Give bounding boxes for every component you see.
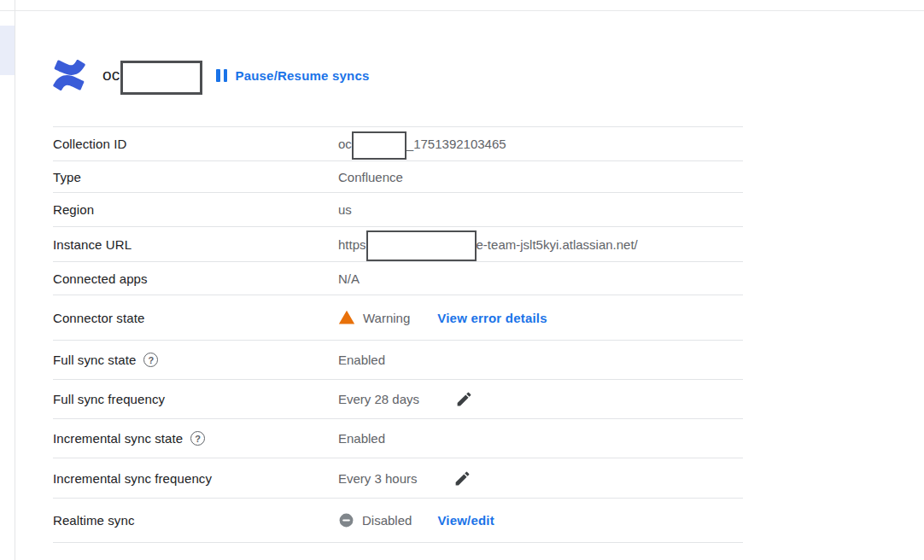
row-value: Enabled xyxy=(338,353,385,367)
full-sync-frequency-value: Every 28 days xyxy=(338,392,419,406)
row-label: Full sync frequency xyxy=(53,392,338,406)
confluence-logo-icon xyxy=(53,60,85,90)
row-value: Every 3 hours xyxy=(338,470,471,487)
collection-header: oc Pause/Resume syncs xyxy=(53,58,370,92)
table-row-full-sync-state: Full sync state ? Enabled xyxy=(53,341,743,380)
connector-state-value: Warning xyxy=(363,311,410,325)
disabled-icon xyxy=(338,512,354,528)
row-label: Collection ID xyxy=(53,137,338,151)
row-value: Warning View error details xyxy=(338,309,547,326)
help-icon[interactable]: ? xyxy=(190,431,205,446)
table-row-type: Type Confluence xyxy=(53,161,743,193)
edit-incremental-sync-frequency-button[interactable] xyxy=(453,470,471,487)
redaction-box xyxy=(352,131,406,160)
row-label: Realtime sync xyxy=(53,513,338,528)
pause-resume-syncs-button[interactable]: Pause/Resume syncs xyxy=(216,68,369,83)
pencil-icon xyxy=(455,390,473,408)
pause-icon xyxy=(216,69,227,82)
value-suffix: e-team-jslt5kyi.atlassian.net/ xyxy=(477,237,638,252)
redaction-box xyxy=(120,61,202,95)
sidebar-selected-item-sliver[interactable] xyxy=(0,26,15,75)
row-label: Incremental sync frequency xyxy=(53,471,338,486)
collection-properties-table: Collection ID oc _1751392103465 Type Con… xyxy=(53,126,743,543)
sidebar-edge-divider xyxy=(15,0,15,560)
value-prefix: https xyxy=(338,237,366,252)
row-value: oc _1751392103465 xyxy=(338,130,506,158)
table-row-incremental-sync-frequency: Incremental sync frequency Every 3 hours xyxy=(53,458,743,499)
table-row-instance-url: Instance URL https e-team-jslt5kyi.atlas… xyxy=(53,227,743,262)
edit-full-sync-frequency-button[interactable] xyxy=(455,390,473,408)
realtime-sync-value: Disabled xyxy=(362,513,412,528)
table-row-region: Region us xyxy=(53,193,743,227)
table-row-incremental-sync-state: Incremental sync state ? Enabled xyxy=(53,419,743,458)
row-label: Instance URL xyxy=(53,237,338,252)
redaction-box xyxy=(366,230,477,261)
table-row-connector-state: Connector state Warning View error detai… xyxy=(53,295,743,341)
view-edit-link[interactable]: View/edit xyxy=(437,513,494,528)
page-title: oc xyxy=(102,66,120,85)
top-divider xyxy=(0,10,924,11)
value-suffix: _1751392103465 xyxy=(406,137,506,151)
row-label: Connected apps xyxy=(53,271,338,286)
view-error-details-link[interactable]: View error details xyxy=(437,311,547,325)
row-label: Full sync state xyxy=(53,353,136,367)
row-value: Disabled View/edit xyxy=(338,512,494,528)
row-label: Incremental sync state xyxy=(53,431,183,446)
row-value: Every 28 days xyxy=(338,390,473,408)
table-row-full-sync-frequency: Full sync frequency Every 28 days xyxy=(53,380,743,419)
incremental-sync-frequency-value: Every 3 hours xyxy=(338,471,418,486)
row-value: us xyxy=(338,202,352,217)
row-value: https e-team-jslt5kyi.atlassian.net/ xyxy=(338,229,638,260)
row-label: Connector state xyxy=(53,311,338,325)
row-value: Enabled xyxy=(338,431,385,446)
pause-resume-label: Pause/Resume syncs xyxy=(235,68,369,83)
pencil-icon xyxy=(453,470,471,487)
row-value: N/A xyxy=(338,271,360,286)
value-prefix: oc xyxy=(338,137,352,151)
table-row-realtime-sync: Realtime sync Disabled View/edit xyxy=(53,499,743,543)
row-label: Type xyxy=(53,170,338,184)
table-row-connected-apps: Connected apps N/A xyxy=(53,262,743,295)
row-label: Region xyxy=(53,202,338,217)
warning-icon xyxy=(338,309,355,326)
row-value: Confluence xyxy=(338,170,403,184)
table-row-collection-id: Collection ID oc _1751392103465 xyxy=(53,127,743,161)
help-icon[interactable]: ? xyxy=(143,353,158,367)
